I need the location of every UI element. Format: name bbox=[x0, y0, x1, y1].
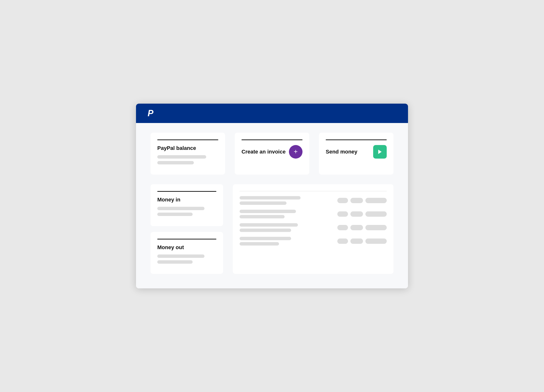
table-row bbox=[240, 196, 387, 205]
invoice-title-row: Create an invoice + bbox=[242, 145, 302, 159]
tag-1 bbox=[337, 211, 348, 217]
send-top-line bbox=[326, 139, 387, 140]
tag-1 bbox=[337, 238, 348, 244]
plus-icon: + bbox=[294, 148, 298, 155]
create-invoice-button[interactable]: + bbox=[289, 145, 302, 159]
tag-3 bbox=[365, 238, 387, 244]
invoice-top-line bbox=[242, 139, 302, 140]
tag-2 bbox=[350, 198, 363, 203]
money-out-title: Money out bbox=[157, 244, 216, 251]
balance-skeleton-1 bbox=[157, 155, 206, 159]
table-row bbox=[240, 223, 387, 232]
top-section: PayPal balance Create an invoice + Send bbox=[151, 133, 393, 175]
row-left bbox=[240, 210, 333, 218]
tag-3 bbox=[365, 198, 387, 203]
paypal-logo: P bbox=[146, 108, 156, 119]
money-in-skeleton-2 bbox=[157, 213, 193, 216]
money-in-card: Money in bbox=[151, 184, 223, 226]
send-title-row: Send money bbox=[326, 145, 387, 159]
row-right bbox=[337, 225, 387, 230]
money-in-skeleton-1 bbox=[157, 207, 204, 210]
table-row bbox=[240, 210, 387, 218]
money-out-card: Money out bbox=[151, 232, 223, 274]
balance-title: PayPal balance bbox=[157, 145, 218, 151]
tag-3 bbox=[365, 211, 387, 217]
money-in-top-line bbox=[157, 191, 216, 192]
row-line-1 bbox=[240, 210, 296, 213]
arrow-right-icon bbox=[377, 149, 383, 155]
row-line-2 bbox=[240, 242, 279, 246]
balance-top-line bbox=[157, 139, 218, 140]
money-out-skeleton-1 bbox=[157, 254, 204, 258]
transactions-table bbox=[233, 184, 393, 274]
row-line-1 bbox=[240, 196, 301, 200]
browser-frame: P PayPal balance Create an invoice + bbox=[136, 104, 408, 288]
balance-card: PayPal balance bbox=[151, 133, 225, 175]
row-line-2 bbox=[240, 215, 285, 218]
table-divider bbox=[240, 191, 387, 191]
tag-2 bbox=[350, 238, 363, 244]
row-left bbox=[240, 237, 333, 246]
invoice-title: Create an invoice bbox=[242, 149, 286, 155]
svg-text:P: P bbox=[148, 108, 154, 118]
send-money-card: Send money bbox=[319, 133, 393, 175]
send-money-button[interactable] bbox=[373, 145, 387, 159]
row-right bbox=[337, 211, 387, 217]
row-line-1 bbox=[240, 237, 291, 240]
top-bar: P bbox=[136, 104, 408, 123]
row-line-2 bbox=[240, 229, 291, 232]
money-out-skeleton-2 bbox=[157, 260, 193, 264]
send-money-title: Send money bbox=[326, 149, 357, 155]
row-left bbox=[240, 196, 333, 205]
bottom-section: Money in Money out bbox=[151, 184, 393, 274]
tag-2 bbox=[350, 225, 363, 230]
row-right bbox=[337, 198, 387, 203]
money-in-title: Money in bbox=[157, 197, 216, 203]
table-row bbox=[240, 237, 387, 246]
content-area: PayPal balance Create an invoice + Send bbox=[136, 123, 408, 288]
money-out-top-line bbox=[157, 239, 216, 239]
tag-1 bbox=[337, 225, 348, 230]
invoice-card: Create an invoice + bbox=[235, 133, 309, 175]
row-right bbox=[337, 238, 387, 244]
row-line-2 bbox=[240, 201, 287, 205]
tag-3 bbox=[365, 225, 387, 230]
left-cards: Money in Money out bbox=[151, 184, 223, 274]
balance-skeleton-2 bbox=[157, 161, 194, 164]
row-left bbox=[240, 223, 333, 232]
svg-marker-1 bbox=[378, 150, 382, 154]
tag-2 bbox=[350, 211, 363, 217]
row-line-1 bbox=[240, 223, 298, 227]
tag-1 bbox=[337, 198, 348, 203]
